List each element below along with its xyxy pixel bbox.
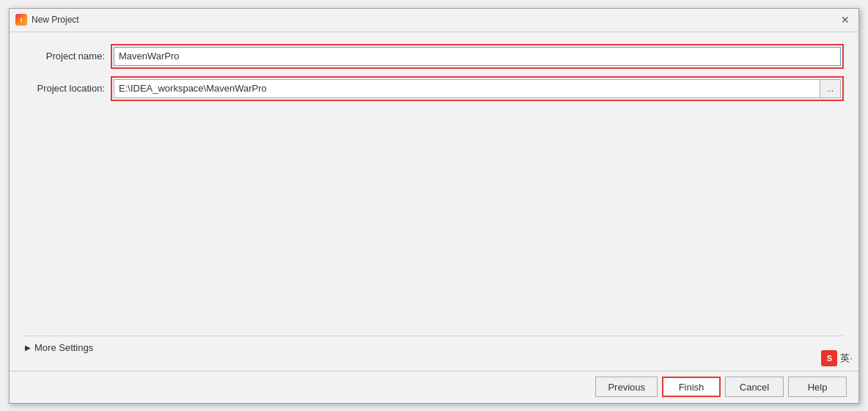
previous-button[interactable]: Previous bbox=[595, 377, 658, 397]
help-button[interactable]: Help bbox=[788, 377, 847, 397]
dialog-footer: Previous Finish Cancel Help bbox=[10, 371, 858, 403]
project-name-row: Project name: bbox=[24, 44, 844, 69]
more-settings-arrow: ▶ bbox=[24, 344, 32, 351]
dialog-content: Project name: Project location: ... S 英· bbox=[10, 32, 858, 371]
watermark-text: 英· bbox=[840, 352, 853, 365]
close-button[interactable]: ✕ bbox=[838, 12, 853, 27]
project-name-label: Project name: bbox=[24, 51, 105, 62]
finish-button[interactable]: Finish bbox=[662, 377, 721, 397]
intellij-icon: I bbox=[15, 14, 27, 26]
title-bar-left: I New Project bbox=[15, 14, 79, 26]
title-bar: I New Project ✕ bbox=[10, 9, 858, 32]
cancel-button[interactable]: Cancel bbox=[725, 377, 784, 397]
project-name-input[interactable] bbox=[114, 47, 841, 66]
project-location-label: Project location: bbox=[24, 83, 105, 94]
browse-button[interactable]: ... bbox=[820, 79, 841, 98]
more-settings-label: More Settings bbox=[34, 342, 93, 353]
more-settings-toggle[interactable]: ▶ More Settings bbox=[24, 336, 844, 359]
project-location-row: Project location: ... bbox=[24, 76, 844, 101]
content-spacer bbox=[24, 113, 844, 336]
dialog-title: New Project bbox=[32, 15, 79, 25]
project-location-input[interactable] bbox=[114, 79, 820, 98]
watermark: S 英· bbox=[821, 350, 853, 366]
new-project-dialog: I New Project ✕ Project name: Project lo… bbox=[9, 8, 859, 404]
form-area: Project name: Project location: ... bbox=[24, 44, 844, 101]
sogou-logo: S bbox=[821, 350, 837, 366]
